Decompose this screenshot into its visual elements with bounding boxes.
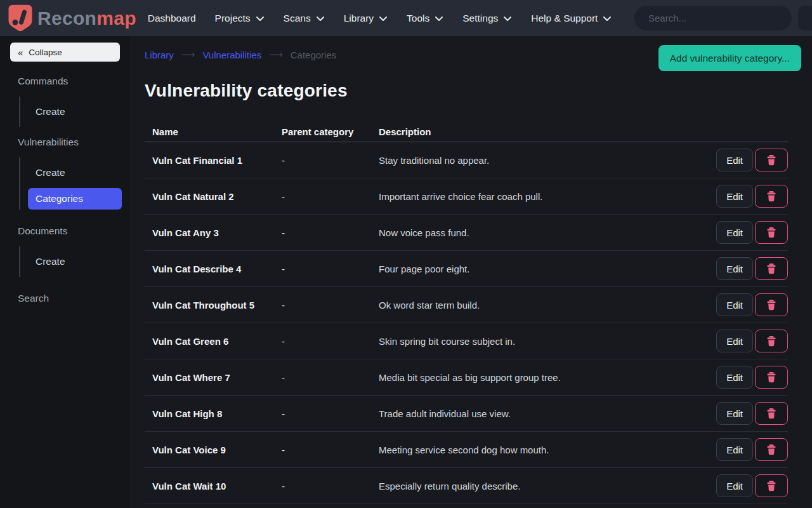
category-name: Vuln Cat High 8 <box>152 408 282 419</box>
nav-library[interactable]: Library <box>344 13 388 24</box>
category-description: Important arrive choice fear coach pull. <box>379 191 716 202</box>
edit-button[interactable]: Edit <box>716 293 753 316</box>
chevron-down-icon <box>316 13 325 24</box>
top-navigation: Dashboard Projects Scans Library Tools S… <box>148 13 612 24</box>
collapse-sidebar-button[interactable]: « Collapse <box>10 43 120 62</box>
nav-scans[interactable]: Scans <box>284 13 325 24</box>
column-header-parent-category: Parent category <box>282 126 379 137</box>
categories-table: Name Parent category Description Vuln Ca… <box>145 122 788 504</box>
table-body: Vuln Cat Financial 1 - Stay traditional … <box>145 142 788 504</box>
edit-button[interactable]: Edit <box>716 149 753 171</box>
shield-logo-icon <box>8 4 32 32</box>
sidebar-item-commands-create[interactable]: Create <box>20 97 130 127</box>
sidebar-section-documents: Documents <box>0 216 130 246</box>
sidebar-item-search[interactable]: Search <box>0 283 130 314</box>
delete-button[interactable] <box>755 221 788 244</box>
category-parent: - <box>282 336 379 347</box>
edit-button[interactable]: Edit <box>716 185 753 208</box>
edit-button[interactable]: Edit <box>716 438 753 461</box>
category-name: Vuln Cat Green 6 <box>152 336 282 347</box>
chevron-down-icon <box>256 13 265 24</box>
table-row: Vuln Cat Throughout 5 - Ok word star ter… <box>145 287 788 323</box>
delete-button[interactable] <box>755 149 788 171</box>
row-actions: Edit <box>716 402 788 425</box>
category-description: Ok word star term build. <box>379 300 716 311</box>
arrow-right-icon: ⟶ <box>269 49 283 60</box>
nav-projects[interactable]: Projects <box>215 13 265 24</box>
sidebar: « Collapse Commands Create Vulnerabiliti… <box>0 36 130 508</box>
row-actions: Edit <box>716 474 788 497</box>
delete-button[interactable] <box>755 474 788 497</box>
topbar-edge-button[interactable] <box>798 6 812 30</box>
row-actions: Edit <box>716 257 788 280</box>
delete-button[interactable] <box>755 185 788 208</box>
row-actions: Edit <box>716 438 788 461</box>
sidebar-section-commands: Commands <box>0 66 130 97</box>
edit-button[interactable]: Edit <box>716 221 753 244</box>
edit-button[interactable]: Edit <box>716 257 753 280</box>
category-name: Vuln Cat Any 3 <box>152 227 282 238</box>
trash-icon <box>766 371 776 383</box>
category-description: Four page poor eight. <box>379 264 716 274</box>
sidebar-group: Create <box>19 97 130 127</box>
category-name: Vuln Cat Financial 1 <box>152 155 282 166</box>
delete-button[interactable] <box>755 330 788 352</box>
trash-icon <box>766 154 776 166</box>
sidebar-group: Create <box>19 246 130 277</box>
row-actions: Edit <box>716 221 788 244</box>
category-description: Stay traditional no appear. <box>379 155 716 166</box>
category-parent: - <box>282 300 379 311</box>
nav-help-support[interactable]: Help & Support <box>531 13 612 24</box>
chevron-down-icon <box>503 13 512 24</box>
reconmap-logo[interactable]: Reconmap <box>8 4 136 32</box>
category-description: Skin spring bit course subject in. <box>379 336 716 347</box>
category-name: Vuln Cat Natural 2 <box>152 191 282 202</box>
category-parent: - <box>282 408 379 419</box>
brand-wordmark: Reconmap <box>37 9 136 28</box>
sidebar-section-vulnerabilities: Vulnerabilities <box>0 127 130 157</box>
category-description: Now voice pass fund. <box>379 227 716 238</box>
nav-tools[interactable]: Tools <box>407 13 443 24</box>
trash-icon <box>766 263 776 274</box>
table-row: Vuln Cat Where 7 - Media bit special as … <box>145 359 788 396</box>
row-actions: Edit <box>716 366 788 389</box>
edit-button[interactable]: Edit <box>716 402 753 425</box>
table-row: Vuln Cat Green 6 - Skin spring bit cours… <box>145 323 788 359</box>
edit-button[interactable]: Edit <box>716 474 753 497</box>
breadcrumb-link-vulnerabilities[interactable]: Vulnerabilities <box>202 50 261 60</box>
sidebar-group: Create Categories <box>19 157 130 210</box>
column-header-description: Description <box>379 126 788 137</box>
column-header-name: Name <box>152 126 282 137</box>
delete-button[interactable] <box>755 293 788 316</box>
breadcrumb-link-library[interactable]: Library <box>145 50 174 60</box>
delete-button[interactable] <box>755 438 788 461</box>
category-parent: - <box>282 155 379 166</box>
category-parent: - <box>282 191 379 202</box>
breadcrumb-current: Categories <box>291 50 337 60</box>
trash-icon <box>766 190 776 202</box>
row-actions: Edit <box>716 330 788 352</box>
table-row: Vuln Cat Any 3 - Now voice pass fund. Ed… <box>145 215 788 251</box>
add-vulnerability-category-button[interactable]: Add vulnerability category... <box>658 45 801 71</box>
category-parent: - <box>282 372 379 383</box>
sidebar-item-vulnerabilities-create[interactable]: Create <box>20 157 130 188</box>
edit-button[interactable]: Edit <box>716 330 753 352</box>
category-name: Vuln Cat Voice 9 <box>152 444 282 455</box>
category-parent: - <box>282 264 379 274</box>
edit-button[interactable]: Edit <box>716 366 753 389</box>
nav-dashboard[interactable]: Dashboard <box>148 13 196 24</box>
category-parent: - <box>282 444 379 455</box>
nav-settings[interactable]: Settings <box>462 13 512 24</box>
category-parent: - <box>282 481 379 491</box>
category-name: Vuln Cat Describe 4 <box>152 264 282 274</box>
sidebar-item-vulnerabilities-categories[interactable]: Categories <box>28 188 122 210</box>
search-input[interactable] <box>634 6 792 30</box>
delete-button[interactable] <box>755 402 788 425</box>
category-description: Meeting service second dog how mouth. <box>379 444 716 455</box>
sidebar-item-documents-create[interactable]: Create <box>20 246 130 277</box>
delete-button[interactable] <box>755 366 788 389</box>
topbar: Reconmap Dashboard Projects Scans Librar… <box>0 0 812 36</box>
delete-button[interactable] <box>755 257 788 280</box>
breadcrumb: Library ⟶ Vulnerabilities ⟶ Categories <box>145 45 336 60</box>
row-actions: Edit <box>716 185 788 208</box>
